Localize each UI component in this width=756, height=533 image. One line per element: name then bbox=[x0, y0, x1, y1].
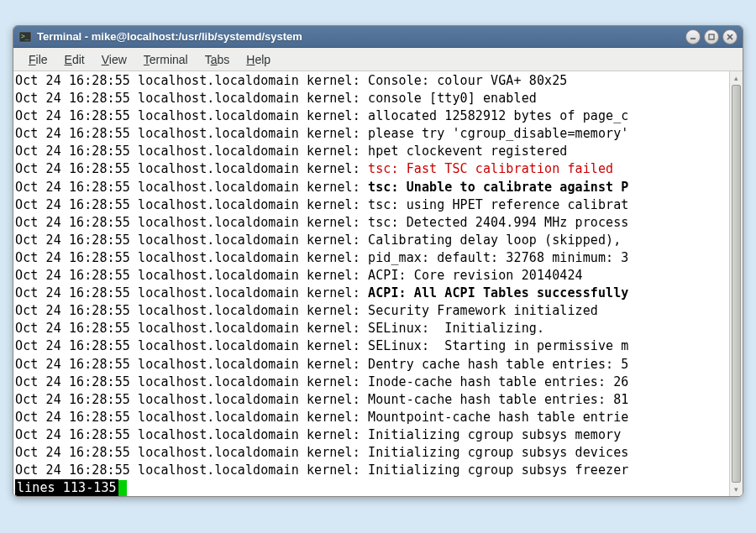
log-line: Oct 24 16:28:55 localhost.localdomain ke… bbox=[15, 356, 729, 374]
log-message: Initializing cgroup subsys memory bbox=[368, 427, 621, 442]
terminal-area: Oct 24 16:28:55 localhost.localdomain ke… bbox=[13, 71, 743, 496]
log-line: Oct 24 16:28:55 localhost.localdomain ke… bbox=[15, 232, 729, 249]
cursor bbox=[118, 480, 127, 496]
log-line: Oct 24 16:28:55 localhost.localdomain ke… bbox=[15, 426, 729, 444]
log-line: Oct 24 16:28:55 localhost.localdomain ke… bbox=[15, 72, 729, 90]
log-line: Oct 24 16:28:55 localhost.localdomain ke… bbox=[15, 249, 729, 267]
log-prefix: Oct 24 16:28:55 localhost.localdomain ke… bbox=[15, 285, 368, 300]
log-message: SELinux: Starting in permissive m bbox=[368, 338, 628, 353]
log-message: Inode-cache hash table entries: 26 bbox=[368, 374, 628, 389]
log-prefix: Oct 24 16:28:55 localhost.localdomain ke… bbox=[15, 108, 368, 123]
log-message: Initializing cgroup subsys devices bbox=[368, 445, 628, 460]
log-prefix: Oct 24 16:28:55 localhost.localdomain ke… bbox=[15, 357, 368, 372]
menu-view[interactable]: View bbox=[93, 50, 135, 69]
pager-status-line: lines 113-135 bbox=[15, 479, 729, 496]
terminal-window: >_ Terminal - mike@localhost:/usr/lib/sy… bbox=[13, 25, 743, 497]
log-message: ACPI: Core revision 20140424 bbox=[368, 268, 583, 283]
log-prefix: Oct 24 16:28:55 localhost.localdomain ke… bbox=[15, 410, 368, 425]
log-prefix: Oct 24 16:28:55 localhost.localdomain ke… bbox=[15, 250, 368, 265]
log-prefix: Oct 24 16:28:55 localhost.localdomain ke… bbox=[15, 180, 368, 195]
log-message: Initializing cgroup subsys freezer bbox=[368, 462, 628, 478]
log-message: please try 'cgroup_disable=memory' bbox=[368, 126, 628, 141]
log-prefix: Oct 24 16:28:55 localhost.localdomain ke… bbox=[15, 392, 368, 407]
log-line: Oct 24 16:28:55 localhost.localdomain ke… bbox=[15, 196, 729, 214]
log-prefix: Oct 24 16:28:55 localhost.localdomain ke… bbox=[15, 427, 368, 442]
svg-rect-3 bbox=[709, 34, 714, 39]
window-controls bbox=[685, 29, 738, 44]
log-prefix: Oct 24 16:28:55 localhost.localdomain ke… bbox=[15, 91, 368, 106]
log-line: Oct 24 16:28:55 localhost.localdomain ke… bbox=[15, 391, 729, 409]
scrollbar-down-button[interactable]: ▾ bbox=[730, 483, 743, 496]
pager-status-text: lines 113-135 bbox=[15, 479, 118, 496]
menu-edit[interactable]: Edit bbox=[56, 50, 93, 69]
menubar: FileEditViewTerminalTabsHelp bbox=[13, 48, 743, 71]
menu-terminal[interactable]: Terminal bbox=[135, 50, 197, 69]
minimize-button[interactable] bbox=[685, 29, 701, 44]
log-line: Oct 24 16:28:55 localhost.localdomain ke… bbox=[15, 320, 729, 337]
close-button[interactable] bbox=[722, 29, 738, 44]
log-line: Oct 24 16:28:55 localhost.localdomain ke… bbox=[15, 337, 729, 355]
log-prefix: Oct 24 16:28:55 localhost.localdomain ke… bbox=[15, 197, 368, 212]
log-line: Oct 24 16:28:55 localhost.localdomain ke… bbox=[15, 125, 729, 143]
log-message: ACPI: All ACPI Tables successfully bbox=[368, 285, 628, 300]
log-message: Console: colour VGA+ 80x25 bbox=[368, 73, 567, 88]
log-line: Oct 24 16:28:55 localhost.localdomain ke… bbox=[15, 143, 729, 160]
log-line: Oct 24 16:28:55 localhost.localdomain ke… bbox=[15, 462, 729, 479]
log-line: Oct 24 16:28:55 localhost.localdomain ke… bbox=[15, 160, 729, 178]
log-prefix: Oct 24 16:28:55 localhost.localdomain ke… bbox=[15, 321, 368, 336]
log-prefix: Oct 24 16:28:55 localhost.localdomain ke… bbox=[15, 144, 368, 159]
log-prefix: Oct 24 16:28:55 localhost.localdomain ke… bbox=[15, 462, 368, 478]
log-message: SELinux: Initializing. bbox=[368, 321, 544, 336]
log-message: console [tty0] enabled bbox=[368, 91, 537, 106]
maximize-button[interactable] bbox=[704, 29, 719, 44]
menu-help[interactable]: Help bbox=[238, 50, 279, 69]
log-prefix: Oct 24 16:28:55 localhost.localdomain ke… bbox=[15, 73, 368, 88]
log-prefix: Oct 24 16:28:55 localhost.localdomain ke… bbox=[15, 445, 368, 460]
log-message: pid_max: default: 32768 minimum: 3 bbox=[368, 250, 628, 265]
log-line: Oct 24 16:28:55 localhost.localdomain ke… bbox=[15, 302, 729, 320]
log-message: allocated 12582912 bytes of page_c bbox=[368, 108, 628, 123]
scrollbar-thumb[interactable] bbox=[732, 85, 741, 483]
log-message: hpet clockevent registered bbox=[368, 144, 567, 159]
log-prefix: Oct 24 16:28:55 localhost.localdomain ke… bbox=[15, 374, 368, 389]
log-message: tsc: Fast TSC calibration failed bbox=[368, 161, 613, 176]
terminal-content[interactable]: Oct 24 16:28:55 localhost.localdomain ke… bbox=[13, 71, 729, 496]
log-message: Security Framework initialized bbox=[368, 303, 598, 318]
log-message: Calibrating delay loop (skipped), bbox=[368, 233, 628, 248]
scrollbar-up-button[interactable]: ▴ bbox=[730, 71, 743, 85]
menu-file[interactable]: File bbox=[20, 50, 56, 69]
log-line: Oct 24 16:28:55 localhost.localdomain ke… bbox=[15, 90, 729, 107]
log-prefix: Oct 24 16:28:55 localhost.localdomain ke… bbox=[15, 268, 368, 283]
svg-text:>_: >_ bbox=[21, 33, 29, 40]
log-line: Oct 24 16:28:55 localhost.localdomain ke… bbox=[15, 409, 729, 426]
log-prefix: Oct 24 16:28:55 localhost.localdomain ke… bbox=[15, 161, 368, 176]
log-line: Oct 24 16:28:55 localhost.localdomain ke… bbox=[15, 374, 729, 391]
log-message: Mountpoint-cache hash table entrie bbox=[368, 410, 628, 425]
log-prefix: Oct 24 16:28:55 localhost.localdomain ke… bbox=[15, 233, 368, 248]
log-line: Oct 24 16:28:55 localhost.localdomain ke… bbox=[15, 285, 729, 302]
log-prefix: Oct 24 16:28:55 localhost.localdomain ke… bbox=[15, 338, 368, 353]
log-message: Dentry cache hash table entries: 5 bbox=[368, 357, 628, 372]
log-message: tsc: Unable to calibrate against P bbox=[368, 180, 628, 195]
log-line: Oct 24 16:28:55 localhost.localdomain ke… bbox=[15, 444, 729, 462]
log-line: Oct 24 16:28:55 localhost.localdomain ke… bbox=[15, 179, 729, 196]
log-line: Oct 24 16:28:55 localhost.localdomain ke… bbox=[15, 107, 729, 125]
menu-tabs[interactable]: Tabs bbox=[197, 50, 239, 69]
log-prefix: Oct 24 16:28:55 localhost.localdomain ke… bbox=[15, 126, 368, 141]
log-line: Oct 24 16:28:55 localhost.localdomain ke… bbox=[15, 214, 729, 232]
log-message: tsc: using HPET reference calibrat bbox=[368, 197, 628, 212]
scrollbar[interactable]: ▴ ▾ bbox=[729, 71, 743, 496]
log-prefix: Oct 24 16:28:55 localhost.localdomain ke… bbox=[15, 215, 368, 230]
log-message: tsc: Detected 2404.994 MHz process bbox=[368, 215, 628, 230]
log-message: Mount-cache hash table entries: 81 bbox=[368, 392, 628, 407]
terminal-icon: >_ bbox=[18, 30, 32, 44]
window-title: Terminal - mike@localhost:/usr/lib/syste… bbox=[37, 30, 685, 43]
log-line: Oct 24 16:28:55 localhost.localdomain ke… bbox=[15, 267, 729, 285]
scrollbar-track[interactable] bbox=[730, 85, 743, 483]
titlebar[interactable]: >_ Terminal - mike@localhost:/usr/lib/sy… bbox=[13, 26, 743, 48]
log-prefix: Oct 24 16:28:55 localhost.localdomain ke… bbox=[15, 303, 368, 318]
